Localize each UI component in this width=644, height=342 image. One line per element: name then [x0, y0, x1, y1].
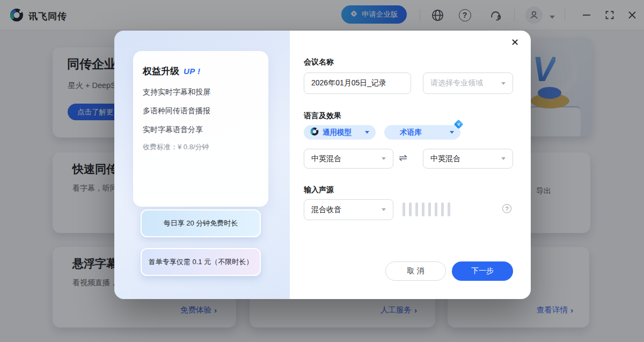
- pricing-note: 收费标准：¥ 0.8/分钟: [143, 142, 209, 152]
- promo-free-minutes: 每日享 20 分钟免费时长: [141, 209, 261, 237]
- meeting-name-label: 会议名称: [304, 57, 334, 67]
- audio-source-label: 输入声源: [304, 185, 334, 195]
- promo-first-order: 首单专享仅需 0.1 元（不限时长）: [141, 248, 261, 276]
- model-pill[interactable]: 通用模型: [304, 125, 376, 140]
- vip-badge-icon: V: [453, 119, 464, 130]
- meeting-name-field[interactable]: [304, 72, 411, 94]
- perk-feature: 多语种同传语音播报: [143, 106, 210, 116]
- audio-level-bars: [402, 202, 450, 216]
- perk-title: 权益升级: [143, 65, 179, 77]
- caret-down-icon: [450, 131, 454, 134]
- up-badge: UP !: [184, 67, 200, 76]
- glossary-pill[interactable]: 术语库 V: [384, 125, 460, 140]
- caret-down-icon: [501, 157, 506, 160]
- caret-down-icon: [365, 131, 369, 134]
- next-step-button[interactable]: 下一步: [452, 261, 513, 281]
- cancel-button[interactable]: 取 消: [385, 261, 446, 281]
- close-icon[interactable]: ✕: [511, 38, 519, 47]
- perk-feature: 实时字幕语音分享: [143, 125, 203, 135]
- audio-help-icon[interactable]: ?: [502, 204, 511, 213]
- meeting-form-panel: ✕ 会议名称 请选择专业领域 语言及效果 通用模型: [290, 31, 531, 299]
- model-logo-icon: [310, 127, 319, 138]
- target-language-select[interactable]: 中英混合: [423, 149, 513, 169]
- perk-card: 权益升级 UP ! 支持实时字幕和投屏 多语种同传语音播报 实时字幕语音分享 收…: [133, 51, 268, 207]
- swap-languages-icon[interactable]: ⇌: [399, 151, 407, 164]
- promo-panel: 权益升级 UP ! 支持实时字幕和投屏 多语种同传语音播报 实时字幕语音分享 收…: [114, 31, 290, 299]
- audio-source-select[interactable]: 混合收音: [304, 199, 393, 220]
- language-label: 语言及效果: [304, 111, 341, 121]
- caret-down-icon: [382, 208, 386, 211]
- caret-down-icon: [501, 82, 506, 85]
- new-meeting-dialog: 权益升级 UP ! 支持实时字幕和投屏 多语种同传语音播报 实时字幕语音分享 收…: [114, 31, 531, 299]
- source-language-select[interactable]: 中英混合: [304, 149, 393, 169]
- domain-select[interactable]: 请选择专业领域: [423, 72, 513, 94]
- meeting-name-input[interactable]: [311, 79, 404, 88]
- caret-down-icon: [382, 157, 386, 160]
- perk-feature: 支持实时字幕和投屏: [143, 88, 210, 97]
